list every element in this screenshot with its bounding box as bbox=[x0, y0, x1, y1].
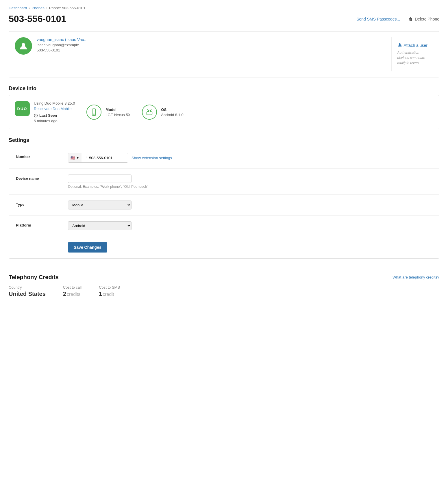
breadcrumb-sep-2: › bbox=[46, 6, 47, 10]
trash-icon bbox=[408, 17, 413, 21]
duo-info: DUO Using Duo Mobile 3.25.0 Reactivate D… bbox=[15, 101, 75, 123]
phone-number-input[interactable] bbox=[82, 153, 128, 162]
country-label: Country bbox=[9, 285, 46, 290]
breadcrumb-current: Phone: 503-556-0101 bbox=[49, 6, 86, 10]
model-details: Model LGE Nexus 5X bbox=[105, 107, 130, 117]
attach-user-link[interactable]: Attach a user bbox=[397, 43, 428, 48]
country-value: United States bbox=[9, 291, 46, 297]
page-header: 503-556-0101 Send SMS Passcodes... Delet… bbox=[9, 14, 439, 24]
phone-icon-circle bbox=[86, 105, 101, 120]
device-model: Model LGE Nexus 5X bbox=[86, 105, 130, 120]
send-sms-button[interactable]: Send SMS Passcodes... bbox=[356, 17, 400, 21]
platform-row: Platform Android iOS Windows Phone Other bbox=[9, 216, 439, 236]
attach-note: Authentication devices can share multipl… bbox=[397, 50, 428, 66]
header-divider bbox=[404, 16, 404, 22]
reactivate-link[interactable]: Reactivate Duo Mobile bbox=[34, 107, 75, 111]
platform-control: Android iOS Windows Phone Other bbox=[68, 221, 432, 230]
credits-country: Country United States bbox=[9, 285, 46, 297]
save-control: Save Changes bbox=[68, 242, 432, 253]
header-actions: Send SMS Passcodes... Delete Phone bbox=[356, 16, 439, 22]
credits-call: Cost to call 2credits bbox=[63, 285, 82, 297]
settings-title: Settings bbox=[9, 137, 439, 143]
model-value: LGE Nexus 5X bbox=[105, 113, 130, 117]
phone-flag-button[interactable]: 🇺🇸 ▼ bbox=[68, 153, 82, 162]
svg-point-3 bbox=[94, 114, 94, 114]
telephony-section: Telephony Credits What are telephony cre… bbox=[9, 268, 439, 297]
user-details: vaughan_isaac (Isaac Vau... isaac.vaugha… bbox=[37, 37, 387, 52]
breadcrumb-phones[interactable]: Phones bbox=[32, 6, 45, 10]
cost-to-sms-value: 1credit bbox=[99, 291, 120, 297]
device-info-card: DUO Using Duo Mobile 3.25.0 Reactivate D… bbox=[9, 95, 439, 129]
user-avatar-icon bbox=[19, 41, 28, 51]
what-are-credits-link[interactable]: What are telephony credits? bbox=[393, 275, 439, 279]
avatar bbox=[15, 37, 32, 55]
android-icon-circle bbox=[142, 105, 157, 120]
os-label: OS bbox=[161, 107, 183, 112]
duo-logo: DUO bbox=[15, 101, 30, 116]
last-seen: Last Seen bbox=[34, 113, 75, 118]
number-label: Number bbox=[16, 153, 68, 159]
os-value: Android 8.1.0 bbox=[161, 113, 183, 117]
device-name-row: Device name Optional. Examples: "Work ph… bbox=[9, 169, 439, 195]
device-name-control: Optional. Examples: "Work phone", "Old i… bbox=[68, 175, 432, 189]
phone-icon bbox=[90, 108, 98, 116]
user-phone: 503-556-0101 bbox=[37, 48, 387, 52]
device-info-grid: DUO Using Duo Mobile 3.25.0 Reactivate D… bbox=[9, 95, 439, 129]
os-details: OS Android 8.1.0 bbox=[161, 107, 183, 117]
breadcrumb-dashboard[interactable]: Dashboard bbox=[9, 6, 27, 10]
clock-icon bbox=[34, 114, 38, 118]
svg-point-6 bbox=[149, 111, 149, 112]
delete-phone-label: Delete Phone bbox=[415, 17, 439, 21]
attach-user-label: Attach a user bbox=[404, 43, 428, 48]
cost-to-call-label: Cost to call bbox=[63, 285, 82, 290]
credits-sms: Cost to SMS 1credit bbox=[99, 285, 120, 297]
user-card: vaughan_isaac (Isaac Vau... isaac.vaugha… bbox=[9, 31, 439, 77]
device-name-label: Device name bbox=[16, 175, 68, 181]
attach-section: Attach a user Authentication devices can… bbox=[391, 37, 434, 71]
number-control: 🇺🇸 ▼ Show extension settings bbox=[68, 153, 432, 163]
save-changes-button[interactable]: Save Changes bbox=[68, 242, 107, 253]
settings-section: Settings Number 🇺🇸 ▼ Show extension sett… bbox=[9, 137, 439, 259]
settings-card: Number 🇺🇸 ▼ Show extension settings Devi… bbox=[9, 147, 439, 259]
user-info: vaughan_isaac (Isaac Vau... isaac.vaugha… bbox=[9, 31, 439, 77]
duo-version: Using Duo Mobile 3.25.0 bbox=[34, 101, 75, 105]
delete-phone-button[interactable]: Delete Phone bbox=[408, 17, 439, 21]
show-extension-button[interactable]: Show extension settings bbox=[132, 156, 172, 160]
svg-line-5 bbox=[151, 109, 151, 110]
number-input-wrap: 🇺🇸 ▼ Show extension settings bbox=[68, 153, 432, 163]
android-icon bbox=[145, 108, 153, 116]
type-row: Type Mobile Landline Tablet bbox=[9, 195, 439, 216]
model-label: Model bbox=[105, 107, 130, 112]
device-info-section: Device Info DUO Using Duo Mobile 3.25.0 … bbox=[9, 86, 439, 129]
user-email: isaac.vaughan@example.... bbox=[37, 43, 387, 47]
credits-table: Country United States Cost to call 2cred… bbox=[9, 285, 439, 297]
device-info-title: Device Info bbox=[9, 86, 439, 92]
telephony-title: Telephony Credits bbox=[9, 274, 59, 281]
cost-to-sms-label: Cost to SMS bbox=[99, 285, 120, 290]
svg-line-4 bbox=[147, 109, 148, 110]
save-row: Save Changes bbox=[9, 236, 439, 258]
type-label: Type bbox=[16, 201, 68, 207]
type-control: Mobile Landline Tablet bbox=[68, 201, 432, 209]
attach-user-icon bbox=[397, 43, 402, 48]
cost-to-call-unit: credits bbox=[67, 292, 80, 297]
number-row: Number 🇺🇸 ▼ Show extension settings bbox=[9, 147, 439, 169]
device-name-hint: Optional. Examples: "Work phone", "Old i… bbox=[68, 185, 432, 189]
device-name-input[interactable] bbox=[68, 175, 132, 183]
flag-dropdown-icon: ▼ bbox=[76, 156, 79, 159]
svg-point-7 bbox=[150, 111, 151, 112]
phone-field-wrap: 🇺🇸 ▼ bbox=[68, 153, 128, 163]
breadcrumb: Dashboard › Phones › Phone: 503-556-0101 bbox=[9, 6, 439, 10]
phone-flag: 🇺🇸 bbox=[71, 156, 75, 160]
cost-to-sms-unit: credit bbox=[103, 292, 114, 297]
duo-details: Using Duo Mobile 3.25.0 Reactivate Duo M… bbox=[34, 101, 75, 123]
user-name-link[interactable]: vaughan_isaac (Isaac Vau... bbox=[37, 37, 88, 42]
cost-to-call-value: 2credits bbox=[63, 291, 82, 297]
device-os: OS Android 8.1.0 bbox=[142, 105, 183, 120]
last-seen-time: 5 minutes ago bbox=[34, 119, 75, 123]
page-title: 503-556-0101 bbox=[9, 14, 66, 24]
type-select[interactable]: Mobile Landline Tablet bbox=[68, 201, 132, 209]
platform-select[interactable]: Android iOS Windows Phone Other bbox=[68, 221, 132, 230]
telephony-header: Telephony Credits What are telephony cre… bbox=[9, 274, 439, 281]
breadcrumb-sep-1: › bbox=[29, 6, 30, 10]
